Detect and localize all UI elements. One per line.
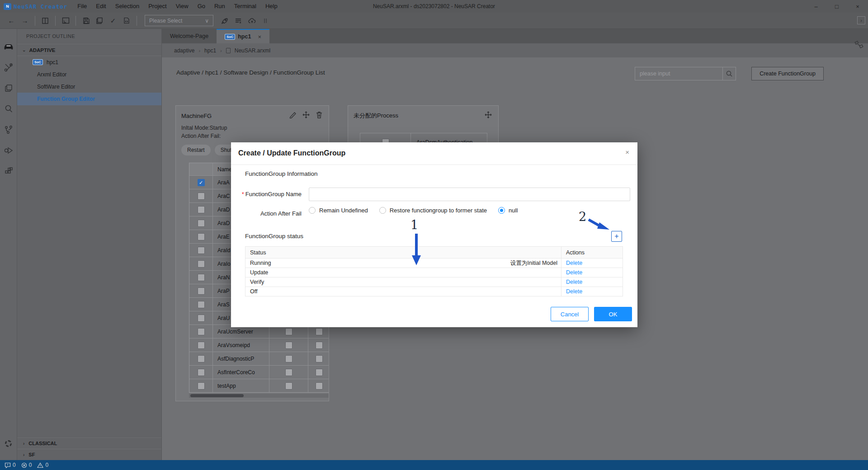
row-checkbox[interactable] (198, 382, 205, 390)
delete-trash-icon[interactable] (316, 111, 322, 120)
row-checkbox[interactable] (198, 233, 205, 240)
menu-project[interactable]: Project (144, 0, 171, 13)
row-checkbox[interactable] (198, 315, 205, 322)
row-checkbox[interactable] (285, 382, 292, 390)
tab-welcome-page[interactable]: Welcome-Page (162, 29, 217, 43)
maximize-button[interactable]: □ (826, 0, 847, 13)
row-checkbox[interactable] (316, 342, 323, 349)
menu-file[interactable]: File (73, 0, 91, 13)
dialog-close-icon[interactable]: × (625, 148, 629, 156)
extensions-icon[interactable] (0, 161, 17, 182)
cloud-upload-icon[interactable] (246, 15, 258, 27)
files-icon[interactable] (0, 78, 17, 99)
console-icon[interactable] (60, 15, 71, 27)
delete-link[interactable]: Delete (566, 279, 582, 285)
clear-list-icon[interactable] (232, 15, 244, 27)
panel-toggle-icon[interactable]: › (857, 16, 865, 24)
menu-help[interactable]: Help (261, 0, 282, 13)
tools-icon[interactable] (0, 57, 17, 78)
panel-layout-icon[interactable] (857, 462, 863, 469)
menu-edit[interactable]: Edit (91, 0, 110, 13)
tree-node-sf[interactable]: › SF (17, 449, 161, 460)
edit-pencil-icon[interactable] (289, 111, 296, 120)
radio-remain-undefined[interactable]: Remain Undefined (309, 207, 368, 214)
row-checkbox[interactable] (198, 342, 205, 349)
target-select[interactable]: Please Select∨ (145, 15, 213, 26)
cancel-button[interactable]: Cancel (551, 307, 589, 321)
launch-rocket-icon[interactable] (219, 15, 231, 27)
delete-link[interactable]: Delete (566, 269, 582, 276)
process-row[interactable]: testApp (189, 379, 329, 392)
menu-terminal[interactable]: Terminal (230, 0, 261, 13)
tab-hpc1[interactable]: SoC hpc1 × (217, 29, 269, 43)
row-checkbox[interactable] (198, 355, 205, 362)
validate-icon[interactable]: ✓ (107, 15, 119, 27)
row-checkbox[interactable] (198, 247, 205, 254)
menu-run[interactable]: Run (210, 0, 230, 13)
tree-node-hpc1[interactable]: SoC hpc1 (17, 56, 161, 68)
row-checkbox[interactable] (316, 355, 323, 362)
create-functiongroup-button[interactable]: Create FunctionGroup (751, 67, 824, 80)
menu-selection[interactable]: Selection (111, 0, 144, 13)
tree-node-function-group-editor[interactable]: Function Group Editor (17, 93, 161, 105)
row-checkbox[interactable] (316, 328, 323, 335)
row-checkbox[interactable] (316, 369, 323, 376)
row-checkbox[interactable] (198, 287, 205, 295)
delete-link[interactable]: Delete (566, 260, 582, 266)
row-checkbox[interactable] (198, 260, 205, 268)
tree-node-arxml-editor[interactable]: Arxml Editor (17, 68, 161, 80)
move-icon[interactable] (485, 111, 492, 120)
source-control-icon[interactable] (0, 119, 17, 140)
close-button[interactable]: × (847, 0, 868, 13)
breadcrumb-adaptive[interactable]: adaptive (174, 47, 194, 54)
search-icon[interactable] (0, 99, 17, 119)
settings-gear-icon[interactable] (0, 433, 17, 454)
row-checkbox[interactable] (285, 369, 292, 376)
tab-close-icon[interactable]: × (258, 33, 261, 40)
row-checkbox[interactable] (285, 342, 292, 349)
breadcrumb-hpc1[interactable]: hpc1 (204, 47, 216, 54)
ok-button[interactable]: OK (594, 307, 632, 321)
save-all-icon[interactable] (94, 15, 105, 27)
warnings-indicator[interactable]: 0 (37, 462, 48, 468)
minimize-button[interactable]: – (806, 0, 826, 13)
file-code-icon[interactable] (121, 15, 132, 27)
row-checkbox[interactable] (198, 274, 205, 281)
tree-node-software-editor[interactable]: SoftWare Editor (17, 80, 161, 93)
row-checkbox[interactable] (198, 179, 205, 186)
row-checkbox[interactable] (198, 369, 205, 376)
design-tools-icon[interactable] (854, 40, 863, 51)
run-debug-icon[interactable] (0, 140, 17, 161)
tree-node-adaptive[interactable]: ⌄ ADAPTIVE (17, 44, 161, 56)
chip-restart[interactable]: Restart (181, 145, 211, 155)
functiongroup-name-input[interactable] (309, 188, 630, 201)
forward-icon[interactable]: → (19, 15, 31, 27)
save-icon[interactable] (80, 15, 92, 27)
radio-null[interactable]: null (498, 207, 518, 214)
feedback-indicator[interactable]: 0 (5, 462, 16, 468)
delete-link[interactable]: Delete (566, 288, 582, 295)
back-icon[interactable]: ← (5, 15, 17, 27)
menu-view[interactable]: View (171, 0, 193, 13)
errors-indicator[interactable]: 0 (21, 462, 32, 468)
menu-go[interactable]: Go (193, 0, 210, 13)
row-checkbox[interactable] (198, 193, 205, 200)
process-row[interactable]: AsfInterCoreCo (189, 365, 329, 379)
row-checkbox[interactable] (198, 328, 205, 335)
row-checkbox[interactable] (285, 355, 292, 362)
row-checkbox[interactable] (316, 382, 323, 390)
breadcrumb-file[interactable]: NeuSAR.arxml (235, 47, 270, 54)
process-row[interactable]: AraVsomeipd (189, 338, 329, 352)
row-checkbox[interactable] (198, 220, 205, 227)
notifications-bell-icon[interactable] (844, 461, 849, 469)
move-icon[interactable] (302, 111, 310, 120)
vehicle-icon[interactable] (0, 36, 17, 57)
row-checkbox[interactable] (198, 301, 205, 308)
radio-restore-former-state[interactable]: Restore functiongroup to former state (379, 207, 487, 214)
split-editor-icon[interactable] (39, 15, 51, 27)
row-checkbox[interactable] (198, 206, 205, 213)
search-input[interactable] (635, 67, 723, 80)
search-button[interactable] (723, 67, 736, 80)
tree-node-classical[interactable]: › CLASSICAL (17, 437, 161, 449)
process-row[interactable]: AsfDiagnosticP (189, 352, 329, 365)
